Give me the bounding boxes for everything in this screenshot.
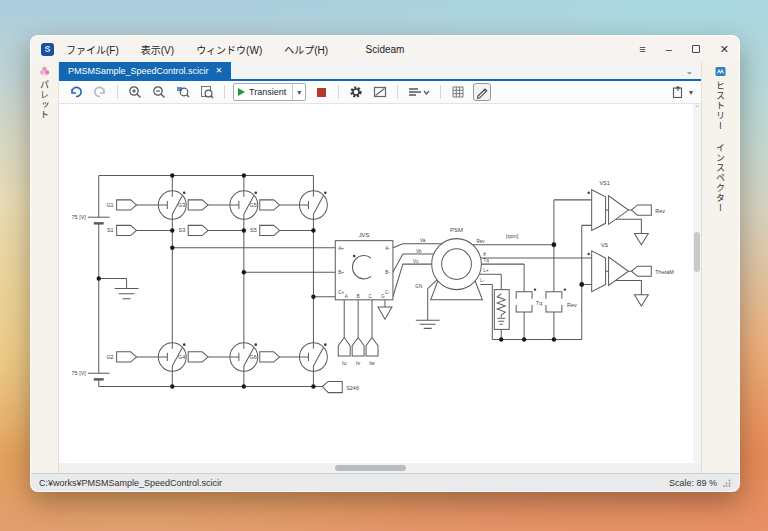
- svg-text:Rev: Rev: [655, 208, 665, 214]
- svg-text:B+: B+: [338, 270, 344, 275]
- svg-text:Tq: Tq: [483, 258, 489, 263]
- horizontal-scroll-thumb[interactable]: [335, 465, 406, 471]
- grid-toggle-button[interactable]: [449, 83, 467, 101]
- close-button[interactable]: ✕: [720, 43, 729, 56]
- psm-motor[interactable]: [431, 239, 483, 300]
- menu-help[interactable]: ヘルプ(H): [284, 42, 328, 57]
- active-document-tab[interactable]: PMSMSample_SpeedControl.scicir ✕: [59, 62, 231, 79]
- status-bar: C:¥works¥PMSMSample_SpeedControl.scicir …: [31, 473, 739, 491]
- tag-s1[interactable]: [117, 225, 137, 235]
- menu-window[interactable]: ウィンドウ(W): [196, 42, 262, 57]
- undo-button[interactable]: [67, 83, 85, 101]
- window-title: Scideam: [366, 44, 405, 55]
- zoom-fit-button[interactable]: [198, 83, 216, 101]
- svg-text:VS1: VS1: [599, 180, 609, 186]
- svg-text:G5: G5: [250, 202, 257, 208]
- document-tab-bar: PMSMSample_SpeedControl.scicir ✕ ⌄: [59, 62, 701, 79]
- toolbar-separator: [338, 85, 339, 99]
- vertical-scroll-thumb[interactable]: [694, 232, 700, 272]
- svg-text:B-: B-: [385, 270, 390, 275]
- stop-icon: [317, 88, 326, 97]
- svg-text:G: G: [381, 294, 385, 299]
- align-options-button[interactable]: [406, 83, 432, 101]
- menu-file[interactable]: ファイル(F): [66, 42, 119, 57]
- switch-g5[interactable]: [300, 191, 328, 220]
- svg-text:75 [V]: 75 [V]: [72, 370, 87, 376]
- circuit-schematic[interactable]: 75 [V] 75 [V] G1 S1 G3 S3 G5 S5 G2 G4 G6…: [59, 104, 701, 463]
- svg-text:S1: S1: [107, 227, 114, 233]
- scale-indicator: Scale: 89 %: [669, 478, 717, 488]
- svg-text:S246: S246: [346, 385, 359, 391]
- tag-s3[interactable]: [188, 225, 208, 235]
- history-icon: [715, 66, 726, 77]
- settings-button[interactable]: [347, 83, 365, 101]
- svg-text:[rpm]: [rpm]: [506, 233, 519, 239]
- toolbar-separator: [397, 85, 398, 99]
- svg-text:JVS: JVS: [359, 232, 370, 238]
- export-dropdown-icon[interactable]: ▾: [689, 88, 693, 97]
- probe-iv[interactable]: [352, 338, 364, 356]
- maximize-button[interactable]: [692, 45, 700, 53]
- svg-text:A+: A+: [338, 246, 344, 251]
- zoom-selection-button[interactable]: [174, 83, 192, 101]
- svg-text:Vc: Vc: [413, 259, 419, 264]
- zoom-in-button[interactable]: [126, 83, 144, 101]
- resize-grip-icon[interactable]: [723, 479, 731, 487]
- tag-g1[interactable]: [117, 200, 137, 210]
- tab-label: PMSMSample_SpeedControl.scicir: [68, 66, 209, 76]
- app-window: S ファイル(F) 表示(V) ウィンドウ(W) ヘルプ(H) Scideam …: [30, 35, 740, 492]
- run-mode-dropdown-icon[interactable]: ▾: [297, 88, 301, 97]
- export-button[interactable]: [669, 83, 687, 101]
- stop-button[interactable]: [312, 83, 330, 101]
- scope-view-button[interactable]: [371, 83, 389, 101]
- tag-g6[interactable]: [260, 352, 280, 362]
- redo-button[interactable]: [91, 83, 109, 101]
- wire-pencil-tool-button[interactable]: [473, 83, 491, 101]
- tag-g5[interactable]: [260, 200, 280, 210]
- play-icon: [238, 88, 245, 96]
- hamburger-menu-icon[interactable]: ≡: [639, 43, 645, 55]
- tab-list-chevron-icon[interactable]: ⌄: [677, 62, 701, 79]
- tag-s246[interactable]: [322, 381, 342, 392]
- scroll-up-icon[interactable]: ⌃: [693, 104, 701, 111]
- voltage-sensors[interactable]: [588, 190, 629, 292]
- probe-iu[interactable]: [338, 338, 350, 356]
- horizontal-scrollbar[interactable]: [59, 463, 701, 473]
- zoom-out-button[interactable]: [150, 83, 168, 101]
- tab-close-icon[interactable]: ✕: [216, 66, 223, 75]
- app-icon: S: [41, 43, 54, 56]
- svg-text:L+: L+: [483, 268, 488, 273]
- tag-thetam-out[interactable]: [631, 266, 651, 276]
- tag-rev-out[interactable]: [631, 205, 651, 215]
- menu-view[interactable]: 表示(V): [141, 42, 174, 57]
- switch-devices[interactable]: [158, 191, 327, 372]
- svg-text:C+: C+: [338, 290, 344, 295]
- vertical-scrollbar[interactable]: ⌃: [693, 104, 701, 463]
- probe-tq[interactable]: [516, 288, 536, 312]
- toolbar-separator: [117, 85, 118, 99]
- left-dock-strip: パレット: [31, 62, 58, 473]
- run-transient-button[interactable]: Transient ▾: [233, 83, 306, 101]
- current-probes[interactable]: [338, 338, 378, 356]
- probe-iw[interactable]: [366, 338, 378, 356]
- svg-text:Tq: Tq: [536, 300, 542, 306]
- title-bar: S ファイル(F) 表示(V) ウィンドウ(W) ヘルプ(H) Scideam …: [31, 36, 739, 62]
- tag-s5[interactable]: [260, 225, 280, 235]
- minimize-button[interactable]: –: [666, 43, 672, 55]
- svg-text:Rev: Rev: [567, 302, 577, 308]
- switch-g6[interactable]: [300, 343, 328, 372]
- toolbar-separator: [440, 85, 441, 99]
- inductor-resistor-box[interactable]: [494, 290, 509, 330]
- inspector-tab[interactable]: インスペクター: [714, 143, 727, 213]
- svg-text:Vb: Vb: [416, 249, 422, 254]
- tag-g3[interactable]: [188, 200, 208, 210]
- palette-tab[interactable]: パレット: [38, 80, 51, 120]
- tag-g2[interactable]: [117, 352, 137, 362]
- history-tab[interactable]: ヒストリー: [714, 81, 727, 131]
- file-path: C:¥works¥PMSMSample_SpeedControl.scicir: [39, 478, 222, 488]
- tag-g4[interactable]: [188, 352, 208, 362]
- svg-text:B: B: [357, 294, 360, 299]
- svg-text:Iu: Iu: [342, 360, 347, 366]
- probe-rev[interactable]: [546, 288, 566, 312]
- schematic-canvas[interactable]: 75 [V] 75 [V] G1 S1 G3 S3 G5 S5 G2 G4 G6…: [59, 104, 701, 463]
